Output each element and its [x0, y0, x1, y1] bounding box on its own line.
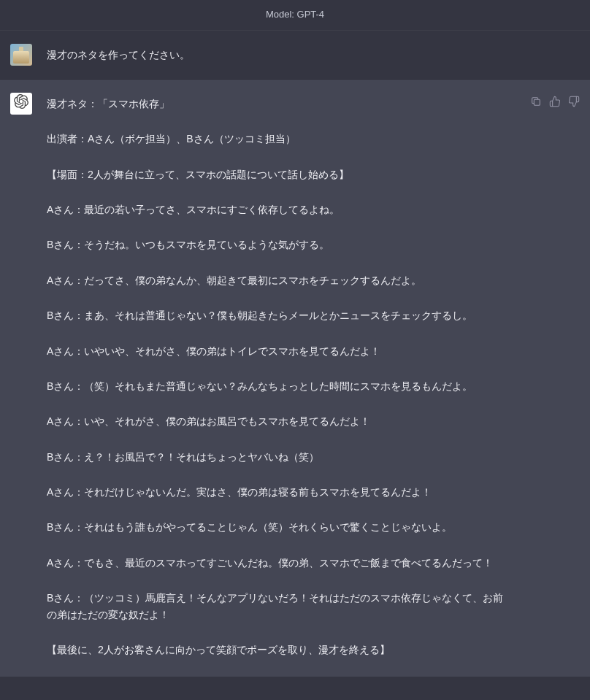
user-message-text: 漫才のネタを作ってください。 — [47, 49, 190, 61]
message-actions — [530, 93, 580, 107]
openai-icon — [14, 94, 28, 113]
thumbs-up-icon[interactable] — [549, 96, 561, 107]
assistant-paragraph: Aさん：いやいや、それがさ、僕の弟はトイレでスマホを見てるんだよ！ — [47, 343, 508, 359]
assistant-paragraph: Bさん：まあ、それは普通じゃない？僕も朝起きたらメールとかニュースをチェックする… — [47, 307, 508, 323]
model-header: Model: GPT-4 — [0, 0, 590, 31]
assistant-paragraph: 【最後に、2人がお客さんに向かって笑顔でポーズを取り、漫才を終える】 — [47, 642, 508, 658]
assistant-paragraph: Bさん：え？！お風呂で？！それはちょっとヤバいね（笑） — [47, 449, 508, 465]
assistant-paragraph: Aさん：いや、それがさ、僕の弟はお風呂でもスマホを見てるんだよ！ — [47, 413, 508, 429]
thumbs-down-icon[interactable] — [568, 96, 580, 107]
assistant-avatar — [10, 93, 32, 115]
copy-icon[interactable] — [530, 96, 542, 107]
assistant-paragraph: Bさん：それはもう誰もがやってることじゃん（笑）それくらいで驚くことじゃないよ。 — [47, 519, 508, 535]
assistant-turn: 漫才ネタ：「スマホ依存」出演者：Aさん（ボケ担当）、Bさん（ツッコミ担当）【場面… — [0, 80, 590, 677]
assistant-paragraph: Bさん：（笑）それもまた普通じゃない？みんなちょっとした時間にスマホを見るもんだ… — [47, 378, 508, 394]
model-label: Model: GPT-4 — [266, 9, 324, 20]
assistant-paragraph: Aさん：だってさ、僕の弟なんか、朝起きて最初にスマホをチェックするんだよ。 — [47, 272, 508, 288]
assistant-paragraph: Aさん：それだけじゃないんだ。実はさ、僕の弟は寝る前もスマホを見てるんだよ！ — [47, 484, 508, 500]
assistant-message: 漫才ネタ：「スマホ依存」出演者：Aさん（ボケ担当）、Bさん（ツッコミ担当）【場面… — [47, 93, 516, 664]
user-turn: 漫才のネタを作ってください。 — [0, 31, 590, 80]
assistant-paragraph: Bさん：（ツッコミ）馬鹿言え！そんなアプリないだろ！それはただのスマホ依存じゃな… — [47, 590, 508, 623]
assistant-paragraph: Aさん：最近の若い子ってさ、スマホにすごく依存してるよね。 — [47, 201, 508, 218]
assistant-paragraph: 漫才ネタ：「スマホ依存」 — [47, 96, 508, 112]
assistant-paragraph: 出演者：Aさん（ボケ担当）、Bさん（ツッコミ担当） — [47, 131, 508, 147]
svg-rect-0 — [534, 99, 540, 105]
assistant-paragraph: 【場面：2人が舞台に立って、スマホの話題について話し始める】 — [47, 166, 508, 182]
assistant-paragraph: Bさん：そうだね。いつもスマホを見ているような気がする。 — [47, 236, 508, 253]
assistant-paragraph: Aさん：でもさ、最近のスマホってすごいんだね。僕の弟、スマホでご飯まで食べてるん… — [47, 555, 508, 571]
user-message: 漫才のネタを作ってください。 — [47, 44, 580, 63]
user-avatar — [10, 44, 32, 66]
